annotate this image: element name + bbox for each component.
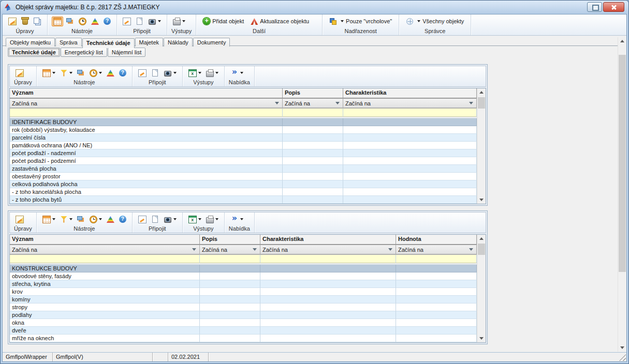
manager-filter-button[interactable]: Všechny objekty	[403, 17, 466, 26]
subtab-najemni-list[interactable]: Nájemní list	[108, 48, 145, 57]
tab-naklady[interactable]: Náklady	[164, 38, 193, 47]
attach-document-button[interactable]	[150, 68, 160, 78]
table-row[interactable]: - z toho plocha bytů	[10, 196, 477, 204]
attach-document-button[interactable]	[150, 215, 160, 224]
table-row[interactable]: střecha, krytina	[10, 280, 477, 288]
table-row[interactable]: krov	[10, 288, 477, 296]
scrollbar-thumb[interactable]	[478, 97, 485, 109]
filter-button[interactable]	[58, 68, 74, 78]
filter-input[interactable]	[343, 109, 477, 117]
menu-button[interactable]	[229, 215, 245, 224]
filter-input[interactable]	[283, 109, 343, 117]
layers-button[interactable]	[76, 69, 86, 77]
table-row[interactable]: stropy	[10, 304, 477, 311]
close-button[interactable]	[603, 2, 624, 12]
edit-button[interactable]	[7, 17, 18, 26]
filter-operator-dropdown[interactable]: Začíná na	[10, 98, 283, 108]
scroll-up-button[interactable]	[477, 235, 486, 243]
filter-input[interactable]	[10, 109, 283, 117]
layers-button[interactable]	[76, 215, 86, 223]
grid-scrollbar[interactable]	[477, 88, 486, 204]
hierarchy-filter-button[interactable]: Pouze "vrcholove"	[327, 17, 394, 26]
help-button[interactable]	[102, 17, 112, 26]
restore-button[interactable]	[587, 2, 602, 12]
table-view-button[interactable]	[41, 68, 57, 78]
table-row[interactable]: obvodové stěny, fasády	[10, 272, 477, 280]
table-row[interactable]: okna	[10, 319, 477, 327]
table-row[interactable]: zastavěná plocha	[10, 165, 477, 173]
scroll-up-button[interactable]	[618, 37, 626, 46]
tab-sprava[interactable]: Správa	[55, 38, 82, 47]
attach-photo-button[interactable]	[162, 215, 178, 224]
grid-scrollbar[interactable]	[477, 235, 486, 342]
filter-input[interactable]	[10, 255, 200, 263]
export-excel-button[interactable]	[187, 215, 203, 224]
table-row[interactable]: celková podlahová plocha	[10, 180, 477, 188]
table-view-button[interactable]	[41, 215, 57, 224]
print-button[interactable]	[204, 215, 220, 224]
column-header[interactable]: Charakteristika	[343, 88, 477, 98]
scroll-down-button[interactable]	[618, 343, 626, 352]
table-row[interactable]: podlahy	[10, 311, 477, 319]
tab-dokumenty[interactable]: Dokumenty	[193, 38, 230, 47]
column-header[interactable]: Popis	[283, 88, 343, 98]
filter-input[interactable]	[260, 255, 396, 263]
column-header[interactable]: Popis	[200, 235, 260, 244]
scroll-down-button[interactable]	[477, 195, 486, 204]
titlebar[interactable]: Objekt správy majetku: B č.p. 2817 ZŠ J.…	[1, 1, 628, 14]
history-button[interactable]	[77, 17, 88, 26]
scrollbar-thumb[interactable]	[619, 55, 626, 272]
filter-operator-dropdown[interactable]: Začíná na	[343, 98, 477, 108]
help-button[interactable]	[118, 215, 128, 224]
print-button[interactable]	[171, 17, 187, 26]
copy-button[interactable]	[32, 17, 43, 26]
edit-button[interactable]	[14, 215, 25, 224]
table-row[interactable]: památková ochrana (ANO / NE)	[10, 142, 477, 149]
filter-operator-dropdown[interactable]: Začíná na	[10, 245, 200, 254]
add-object-button[interactable]: Přidat objekt	[200, 17, 246, 26]
column-header[interactable]: Charakteristika	[260, 235, 396, 244]
table-row[interactable]: obestavěný prostor	[10, 173, 477, 180]
table-row[interactable]: parcelní čísla	[10, 134, 477, 142]
subtab-energeticky-list[interactable]: Energetický list	[61, 48, 107, 57]
scroll-up-button[interactable]	[477, 88, 486, 97]
scrollbar-thumb[interactable]	[478, 244, 485, 255]
delete-button[interactable]	[20, 17, 31, 26]
history-button[interactable]	[88, 69, 104, 78]
table-row[interactable]: mříže na oknech	[10, 335, 477, 342]
tab-technicke-udaje[interactable]: Technické údaje	[82, 38, 135, 48]
edit-button[interactable]	[14, 68, 25, 78]
filter-operator-dropdown[interactable]: Začíná na	[200, 245, 260, 254]
menu-button[interactable]	[229, 68, 245, 78]
filter-operator-dropdown[interactable]: Začíná na	[260, 245, 396, 254]
table-row[interactable]: dveře	[10, 327, 477, 335]
attach-document-button[interactable]	[134, 17, 145, 26]
export-excel-button[interactable]	[187, 68, 203, 78]
attach-note-button[interactable]	[137, 68, 148, 78]
filter-operator-dropdown[interactable]: Začíná na	[396, 245, 477, 254]
print-button[interactable]	[204, 68, 220, 78]
chart-button[interactable]	[105, 215, 116, 224]
chart-button[interactable]	[90, 17, 100, 26]
tab-objekty-majetku[interactable]: Objekty majetku	[6, 38, 55, 47]
update-object-button[interactable]: Aktualizace objektu	[248, 17, 312, 26]
attach-photo-button[interactable]	[147, 17, 163, 26]
table-row[interactable]: rok (období) výstavby, kolaudace	[10, 126, 477, 134]
table-view-button[interactable]	[52, 17, 63, 26]
group-header-row[interactable]: KONSTRUKCE BUDOVY	[10, 265, 477, 272]
scroll-down-button[interactable]	[477, 334, 486, 342]
history-button[interactable]	[88, 215, 104, 224]
attach-note-button[interactable]	[121, 17, 133, 26]
attach-note-button[interactable]	[137, 215, 148, 224]
column-header[interactable]: Hodnota	[396, 235, 477, 244]
attach-photo-button[interactable]	[162, 69, 178, 78]
chart-button[interactable]	[105, 68, 116, 78]
content-scrollbar[interactable]	[618, 37, 626, 352]
column-header[interactable]: Význam	[10, 235, 200, 244]
filter-operator-dropdown[interactable]: Začíná na	[283, 98, 343, 108]
filter-button[interactable]	[58, 215, 74, 224]
layers-button[interactable]	[65, 17, 76, 25]
column-header[interactable]: Význam	[10, 88, 283, 98]
table-row[interactable]: počet podlaží - podzemní	[10, 157, 477, 165]
filter-input[interactable]	[200, 255, 260, 263]
